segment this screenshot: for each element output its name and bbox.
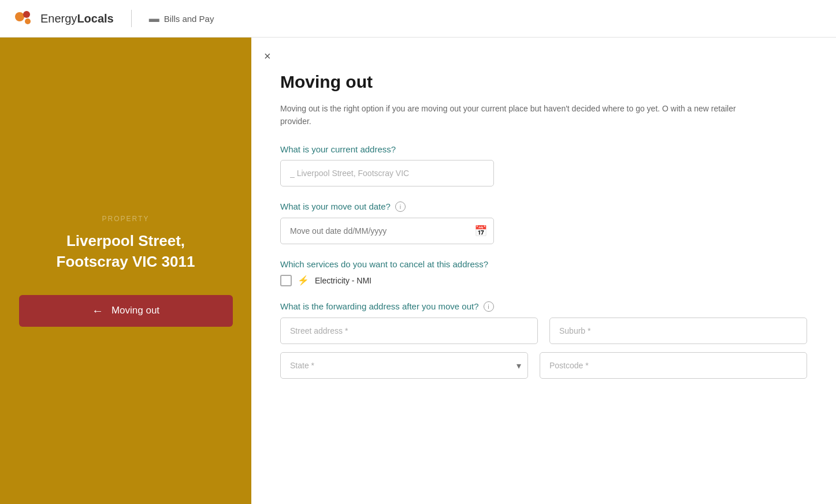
forwarding-address-section: What is the forwarding address after you…: [280, 301, 807, 379]
move-out-date-input[interactable]: [280, 218, 494, 244]
date-input-wrapper: 📅: [280, 218, 494, 244]
arrow-left-icon: ←: [92, 304, 103, 318]
credit-card-icon: ▬: [149, 13, 159, 25]
electricity-checkbox[interactable]: [280, 275, 292, 286]
services-section: Which services do you want to cancel at …: [280, 259, 807, 286]
electricity-label: Electricity - NMI: [315, 276, 371, 285]
calendar-icon[interactable]: 📅: [474, 225, 487, 237]
move-out-date-info-icon[interactable]: i: [395, 201, 406, 212]
suburb-input[interactable]: [549, 318, 807, 344]
sidebar: PROPERTY Liverpool Street, Footscray VIC…: [0, 38, 251, 504]
state-select-wrapper: State * VIC NSW QLD SA WA TAS ACT NT ▾: [280, 352, 528, 379]
logo-text: EnergyLocals: [40, 12, 114, 25]
state-postcode-row: State * VIC NSW QLD SA WA TAS ACT NT ▾: [280, 352, 807, 379]
svg-point-1: [23, 11, 30, 18]
bills-nav-item[interactable]: ▬ Bills and Pay: [149, 13, 214, 25]
street-address-input[interactable]: [280, 318, 538, 344]
services-label: Which services do you want to cancel at …: [280, 259, 807, 269]
electricity-checkbox-row: ⚡ Electricity - NMI: [280, 275, 807, 286]
forwarding-address-info-icon[interactable]: i: [484, 301, 494, 312]
sidebar-address: Liverpool Street, Footscray VIC 3011: [57, 231, 195, 271]
energy-locals-logo: [12, 6, 36, 31]
current-address-input[interactable]: [280, 160, 494, 186]
bills-nav-label: Bills and Pay: [164, 14, 214, 24]
topbar: EnergyLocals ▬ Bills and Pay: [0, 0, 836, 38]
moving-out-label: Moving out: [112, 305, 159, 316]
state-select[interactable]: State * VIC NSW QLD SA WA TAS ACT NT: [280, 352, 528, 379]
lightning-icon: ⚡: [298, 275, 309, 286]
modal-panel: × Moving out Moving out is the right opt…: [251, 38, 836, 504]
moving-out-button[interactable]: ← Moving out: [19, 295, 233, 327]
move-out-date-section: What is your move out date? i 📅: [280, 201, 807, 244]
panel-description: Moving out is the right option if you ar…: [280, 102, 754, 128]
svg-point-0: [15, 12, 24, 21]
property-label: PROPERTY: [102, 215, 150, 223]
nav-divider: [131, 10, 132, 27]
street-suburb-row: [280, 318, 807, 344]
main-layout: PROPERTY Liverpool Street, Footscray VIC…: [0, 38, 836, 504]
logo: EnergyLocals: [12, 6, 114, 31]
current-address-label: What is your current address?: [280, 144, 807, 154]
svg-point-2: [25, 18, 31, 24]
close-button[interactable]: ×: [264, 50, 271, 62]
current-address-section: What is your current address?: [280, 144, 807, 186]
forwarding-address-label: What is the forwarding address after you…: [280, 301, 807, 312]
move-out-date-label: What is your move out date? i: [280, 201, 807, 212]
postcode-input[interactable]: [540, 352, 807, 379]
panel-title: Moving out: [280, 72, 807, 92]
